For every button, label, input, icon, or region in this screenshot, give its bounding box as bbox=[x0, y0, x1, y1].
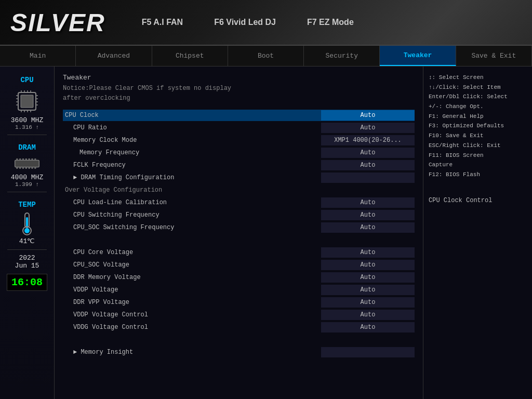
svg-rect-19 bbox=[16, 158, 18, 160]
fclk-frequency-label: FCLK Frequency bbox=[63, 162, 321, 169]
content-area: Tweaker Notice:Please Clear CMOS if syst… bbox=[55, 66, 423, 399]
tab-boot[interactable]: Boot bbox=[228, 46, 304, 66]
fn6-key[interactable]: F6 Vivid Led DJ bbox=[214, 18, 276, 27]
setting-vddp-voltage[interactable]: VDDP Voltage Auto bbox=[63, 284, 415, 296]
temp-value: 41℃ bbox=[19, 237, 35, 245]
setting-ddr-memory-voltage[interactable]: DDR Memory Voltage Auto bbox=[63, 272, 415, 283]
help-line-1: ↕: Select Screen bbox=[429, 73, 527, 83]
content-notice: Notice:Please Clear CMOS if system no di… bbox=[63, 84, 415, 103]
setting-memory-frequency[interactable]: Memory Frequency Auto bbox=[63, 147, 415, 158]
tab-security[interactable]: Security bbox=[304, 46, 380, 66]
help-line-4: +/-: Change Opt. bbox=[429, 102, 527, 112]
dram-icon bbox=[14, 156, 40, 171]
help-line-8: ESC/Right Click: Exit bbox=[429, 141, 527, 151]
cpu-switching-freq-value: Auto bbox=[321, 210, 415, 220]
svg-rect-29 bbox=[25, 167, 27, 169]
divider2 bbox=[7, 192, 46, 192]
svg-rect-30 bbox=[29, 167, 30, 169]
sidebar: CPU 3600 MHZ 1.316 ↑ DRAM bbox=[0, 66, 55, 399]
vddg-voltage-control-label: VDDG Voltage Control bbox=[63, 324, 321, 331]
vddp-voltage-control-label: VDDP Voltage Control bbox=[63, 311, 321, 318]
svg-rect-21 bbox=[22, 158, 24, 160]
fclk-frequency-value: Auto bbox=[321, 160, 415, 170]
setting-vddp-voltage-control[interactable]: VDDP Voltage Control Auto bbox=[63, 309, 415, 321]
ddr-memory-voltage-label: DDR Memory Voltage bbox=[63, 274, 321, 281]
setting-cpu-ratio[interactable]: CPU Ratio Auto bbox=[63, 122, 415, 134]
svg-point-36 bbox=[24, 228, 30, 233]
setting-cpu-core-voltage[interactable]: CPU Core Voltage Auto bbox=[63, 247, 415, 258]
tab-chipset[interactable]: Chipset bbox=[152, 46, 228, 66]
setting-ddr-vpp-voltage[interactable]: DDR VPP Voltage Auto bbox=[63, 297, 415, 308]
right-panel: ↕: Select Screen ↑↓/Click: Select Item E… bbox=[423, 66, 532, 399]
memory-insight-value bbox=[321, 347, 415, 357]
svg-rect-32 bbox=[34, 167, 36, 169]
svg-rect-28 bbox=[22, 167, 24, 169]
fn7-key[interactable]: F7 EZ Mode bbox=[307, 18, 354, 27]
tab-tweaker[interactable]: Tweaker bbox=[380, 46, 456, 66]
tab-advanced[interactable]: Advanced bbox=[76, 46, 152, 66]
vddg-voltage-control-value: Auto bbox=[321, 322, 415, 332]
setting-memory-clock-mode[interactable]: Memory Clock Mode XMP1 4000(20-26... bbox=[63, 135, 415, 146]
vddp-voltage-control-value: Auto bbox=[321, 310, 415, 320]
svg-rect-1 bbox=[21, 95, 33, 108]
cpu-core-voltage-value: Auto bbox=[321, 247, 415, 258]
thermometer-icon bbox=[17, 211, 37, 237]
help-line-10: Capture bbox=[429, 160, 527, 170]
ddr-memory-voltage-value: Auto bbox=[321, 272, 415, 283]
main-layout: CPU 3600 MHZ 1.316 ↑ DRAM bbox=[0, 66, 532, 399]
cpu-ratio-value: Auto bbox=[321, 123, 415, 133]
setting-fclk-frequency[interactable]: FCLK Frequency Auto bbox=[63, 159, 415, 171]
fn5-key[interactable]: F5 A.I FAN bbox=[142, 18, 183, 27]
svg-rect-18 bbox=[15, 160, 39, 167]
cpu-switching-freq-label: CPU Switching Frequency bbox=[63, 211, 321, 219]
svg-rect-24 bbox=[31, 158, 33, 160]
help-line-6: F3: Optimized Defaults bbox=[429, 121, 527, 131]
top-bar: SILVER F5 A.I FAN F6 Vivid Led DJ F7 EZ … bbox=[0, 0, 532, 46]
cpu-clock-control-label: CPU Clock Control bbox=[429, 195, 527, 206]
cpu-core-voltage-label: CPU Core Voltage bbox=[63, 249, 321, 256]
setting-memory-insight[interactable]: ► Memory Insight bbox=[63, 347, 415, 358]
cpu-volt: 1.316 ↑ bbox=[15, 124, 39, 130]
cpu-soc-voltage-label: CPU_SOC Voltage bbox=[63, 261, 321, 269]
svg-rect-20 bbox=[19, 158, 21, 160]
setting-cpu-switching-freq[interactable]: CPU Switching Frequency Auto bbox=[63, 209, 415, 221]
help-line-2: ↑↓/Click: Select Item bbox=[429, 83, 527, 92]
memory-insight-label: ► Memory Insight bbox=[63, 349, 321, 356]
help-text: ↕: Select Screen ↑↓/Click: Select Item E… bbox=[429, 73, 527, 180]
nav-tabs: Main Advanced Chipset Boot Security Twea… bbox=[0, 46, 532, 66]
temp-label: TEMP bbox=[18, 201, 36, 209]
svg-rect-25 bbox=[34, 158, 36, 160]
cpu-soc-switching-freq-label: CPU_SOC Switching Frequency bbox=[63, 224, 321, 231]
dram-label: DRAM bbox=[18, 143, 36, 152]
tab-save-exit[interactable]: Save & Exit bbox=[456, 46, 532, 66]
memory-frequency-label: Memory Frequency bbox=[63, 149, 321, 156]
memory-clock-mode-value: XMP1 4000(20-26... bbox=[321, 135, 415, 145]
memory-frequency-value: Auto bbox=[321, 148, 415, 158]
setting-cpu-clock[interactable]: CPU Clock Auto bbox=[63, 110, 415, 121]
cpu-soc-switching-freq-value: Auto bbox=[321, 222, 415, 233]
vddp-voltage-label: VDDP Voltage bbox=[63, 286, 321, 294]
svg-rect-31 bbox=[31, 167, 33, 169]
setting-dram-timing[interactable]: ► DRAM Timing Configuration bbox=[63, 172, 415, 183]
help-line-5: F1: General Help bbox=[429, 112, 527, 122]
date-month-day: Jun 15 bbox=[15, 262, 39, 270]
cpu-ratio-label: CPU Ratio bbox=[63, 124, 321, 131]
setting-cpu-load-line[interactable]: CPU Load-Line Calibration Auto bbox=[63, 197, 415, 208]
cpu-clock-value: Auto bbox=[321, 110, 415, 121]
setting-cpu-soc-voltage[interactable]: CPU_SOC Voltage Auto bbox=[63, 259, 415, 271]
overvoltage-group-label: Over Voltage Configuration bbox=[63, 187, 415, 194]
spacer1 bbox=[63, 234, 415, 246]
help-line-9: F11: BIOS Screen bbox=[429, 151, 527, 161]
dram-volt: 1.399 ↑ bbox=[15, 181, 39, 188]
svg-rect-23 bbox=[29, 158, 30, 160]
memory-clock-mode-label: Memory Clock Mode bbox=[63, 137, 321, 144]
overvoltage-group: Over Voltage Configuration bbox=[63, 184, 415, 196]
setting-vddg-voltage-control[interactable]: VDDG Voltage Control Auto bbox=[63, 322, 415, 333]
cpu-soc-voltage-value: Auto bbox=[321, 260, 415, 270]
setting-cpu-soc-switching-freq[interactable]: CPU_SOC Switching Frequency Auto bbox=[63, 222, 415, 233]
svg-rect-26 bbox=[16, 167, 18, 169]
spacer2 bbox=[63, 334, 415, 345]
divider1 bbox=[7, 135, 46, 135]
tab-main[interactable]: Main bbox=[0, 46, 76, 66]
dram-timing-label: ► DRAM Timing Configuration bbox=[63, 174, 321, 181]
